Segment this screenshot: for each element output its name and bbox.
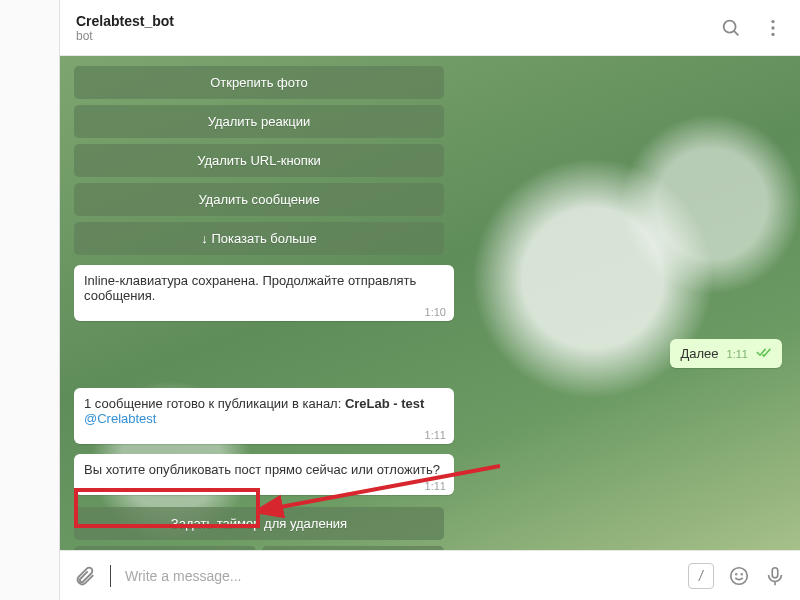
kb-set-delete-timer[interactable]: Задать таймер для удаления xyxy=(74,507,444,540)
message-text: 1 сообщение готово к публикации в канал:… xyxy=(84,396,424,426)
microphone-icon[interactable] xyxy=(764,565,786,587)
text-cursor xyxy=(110,565,111,587)
kb-delete-url-buttons[interactable]: Удалить URL-кнопки xyxy=(74,144,444,177)
message-time: 1:11 xyxy=(425,480,446,492)
svg-point-6 xyxy=(731,567,748,584)
message-time: 1:11 xyxy=(727,348,748,360)
search-icon[interactable] xyxy=(720,17,742,39)
header-titles[interactable]: Crelabtest_bot bot xyxy=(76,13,720,43)
svg-point-8 xyxy=(741,573,742,574)
kb-publish[interactable]: Опубликовать xyxy=(74,546,256,550)
svg-point-7 xyxy=(736,573,737,574)
svg-line-1 xyxy=(734,30,738,34)
bot-message: Inline-клавиатура сохранена. Продолжайте… xyxy=(74,265,454,321)
bot-message: 1 сообщение готово к публикации в канал:… xyxy=(74,388,454,444)
svg-point-4 xyxy=(771,32,774,35)
kb-delete-reactions[interactable]: Удалить реакции xyxy=(74,105,444,138)
message-time: 1:10 xyxy=(425,306,446,318)
message-time: 1:11 xyxy=(425,429,446,441)
channel-link[interactable]: @Crelabtest xyxy=(84,411,156,426)
user-message: Далее 1:11 xyxy=(670,339,782,368)
command-icon[interactable]: / xyxy=(688,563,714,589)
chat-title: Crelabtest_bot xyxy=(76,13,720,29)
kb-unpin-photo[interactable]: Открепить фото xyxy=(74,66,444,99)
svg-rect-9 xyxy=(772,567,778,577)
attach-icon[interactable] xyxy=(74,565,96,587)
svg-point-0 xyxy=(724,20,736,32)
chat-area[interactable]: Открепить фото Удалить реакции Удалить U… xyxy=(60,56,800,550)
more-icon[interactable] xyxy=(762,17,784,39)
bot-message: Вы хотите опубликовать пост прямо сейчас… xyxy=(74,454,454,495)
emoji-icon[interactable] xyxy=(728,565,750,587)
kb-show-more[interactable]: ↓ Показать больше xyxy=(74,222,444,255)
left-sidebar xyxy=(0,0,60,600)
svg-point-2 xyxy=(771,19,774,22)
message-composer: / xyxy=(60,550,800,600)
svg-point-3 xyxy=(771,26,774,29)
message-text: Inline-клавиатура сохранена. Продолжайте… xyxy=(84,273,416,303)
kb-postpone[interactable]: Отложить xyxy=(262,546,444,550)
message-input[interactable] xyxy=(125,551,674,600)
chat-window: Crelabtest_bot bot Открепить фото Удалит… xyxy=(60,0,800,600)
chat-header: Crelabtest_bot bot xyxy=(60,0,800,56)
kb-delete-message[interactable]: Удалить сообщение xyxy=(74,183,444,216)
read-checks-icon xyxy=(756,346,772,361)
message-text: Вы хотите опубликовать пост прямо сейчас… xyxy=(84,462,440,477)
message-text: Далее xyxy=(680,346,718,361)
chat-subtitle: bot xyxy=(76,29,720,43)
